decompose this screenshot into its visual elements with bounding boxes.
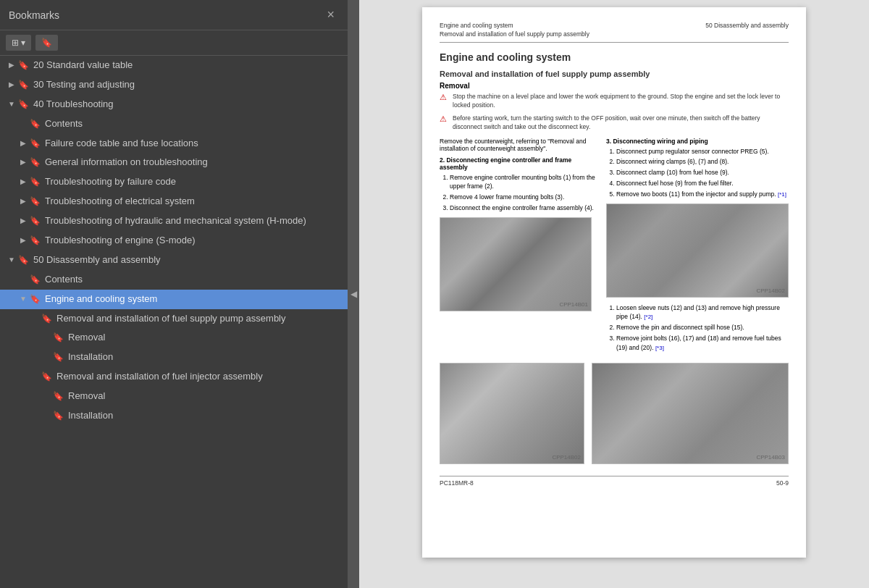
- step4-item8: Remove joint bolts (16), (17) and (18) a…: [616, 334, 789, 353]
- tree-item-troubleshooting-failure[interactable]: 🔖 Troubleshooting by failure code: [0, 172, 348, 192]
- bookmark-icon-removal2: 🔖: [52, 391, 64, 403]
- tree-item-installation1[interactable]: 🔖 Installation: [0, 348, 348, 367]
- bookmark-icon-engine-cooling: 🔖: [29, 294, 41, 306]
- tree-item-failure-code[interactable]: 🔖 Failure code table and fuse locations: [0, 134, 348, 154]
- tree-item-label-ts-contents: Contents: [45, 118, 342, 130]
- bookmarks-header-left: Bookmarks: [9, 9, 59, 21]
- tree-item-troubleshooting[interactable]: 🔖 40 Troubleshooting: [0, 95, 348, 114]
- toolbar: ⊞ ▾ 🔖: [0, 30, 348, 56]
- warning-text-1: Stop the machine on a level place and lo…: [453, 93, 789, 110]
- bookmark-icon-installation1: 🔖: [52, 352, 64, 364]
- tree-item-label-troubleshooting: 40 Troubleshooting: [33, 98, 342, 111]
- step4-ref8: [*3]: [655, 345, 664, 351]
- warning-block-2: ⚠ Before starting work, turn the startin…: [440, 114, 789, 132]
- doc-image-2: CPP14B02: [606, 203, 789, 298]
- expand-arrow-troubleshooting: [6, 99, 17, 109]
- footer-right: 50-9: [776, 479, 789, 487]
- tree-item-label-removal2: Removal: [68, 390, 342, 403]
- image1-ref: CPP14B01: [559, 301, 588, 308]
- tree-item-general-info[interactable]: 🔖 General information on troubleshooting: [0, 153, 348, 172]
- tree-item-troubleshooting-hydraulic[interactable]: 🔖 Troubleshooting of hydraulic and mecha…: [0, 211, 348, 231]
- tree-item-label-removal1: Removal: [68, 332, 342, 344]
- tree-item-testing[interactable]: 🔖 30 Testing and adjusting: [0, 75, 348, 95]
- collapse-panel-button[interactable]: ◀: [348, 0, 359, 588]
- step2-item2: Remove 4 lower frame mounting bolts (3).: [450, 193, 599, 202]
- step3-item1: Disconnect pump regulator sensor connect…: [616, 147, 789, 156]
- doc-image-3: CPP14B02: [440, 363, 584, 464]
- tree-item-fuel-supply-pump[interactable]: 🔖 Removal and installation of fuel suppl…: [0, 309, 348, 329]
- step3-item5: Remove two boots (11) from the injector …: [616, 190, 789, 199]
- step1-text: Remove the counterweight, referring to "…: [440, 138, 599, 152]
- doc-two-col: Remove the counterweight, referring to "…: [440, 138, 789, 357]
- tree-item-troubleshooting-engine[interactable]: 🔖 Troubleshooting of engine (S-mode): [0, 231, 348, 251]
- bookmark-icon-fuel-supply-pump: 🔖: [41, 314, 52, 325]
- doc-right-col: 3. Disconnecting wiring and piping Disco…: [606, 138, 789, 357]
- tree-item-label-fuel-supply-pump: Removal and installation of fuel supply …: [56, 313, 342, 325]
- expand-arrow-troubleshooting-engine: [17, 235, 29, 245]
- bottom-image-row: CPP14B02 CPP14B03: [440, 363, 789, 464]
- bookmark-icon-installation2: 🔖: [52, 411, 64, 422]
- tree-item-troubleshooting-electrical[interactable]: 🔖 Troubleshooting of electrical system: [0, 192, 348, 211]
- expand-arrow-testing: [6, 80, 17, 89]
- bookmark-icon-disassembly: 🔖: [17, 255, 29, 266]
- tree-item-standard-value[interactable]: 🔖 20 Standard value table: [0, 56, 348, 75]
- tree-item-ts-contents[interactable]: 🔖 Contents: [0, 114, 348, 134]
- tree-item-label-troubleshooting-failure: Troubleshooting by failure code: [45, 176, 342, 188]
- doc-header-line2: Removal and installation of fuel supply …: [440, 30, 589, 39]
- close-button[interactable]: ×: [322, 6, 339, 24]
- step3-item2: Disconnect wiring clamps (6), (7) and (8…: [616, 157, 789, 167]
- bookmark-icon-troubleshooting-failure: 🔖: [29, 177, 41, 188]
- tree-item-removal2[interactable]: 🔖 Removal: [0, 387, 348, 406]
- warning-icon-2: ⚠: [440, 114, 450, 124]
- bookmark-icon-failure-code: 🔖: [29, 138, 41, 150]
- bookmark-icon-ts-contents: 🔖: [29, 119, 41, 130]
- step3-ref5: [*1]: [778, 191, 786, 198]
- bookmarks-tree: 🔖 20 Standard value table 🔖 30 Testing a…: [0, 56, 348, 588]
- section-title: Engine and cooling system: [440, 51, 789, 63]
- warning-block-1: ⚠ Stop the machine on a level place and …: [440, 93, 789, 110]
- step3-list: Disconnect pump regulator sensor connect…: [616, 147, 789, 199]
- tree-item-installation2[interactable]: 🔖 Installation: [0, 406, 348, 426]
- bookmarks-header: Bookmarks ×: [0, 0, 348, 30]
- bookmark-find-button[interactable]: 🔖: [35, 35, 58, 51]
- expand-arrow-troubleshooting-failure: [17, 177, 29, 186]
- bookmark-find-icon: 🔖: [41, 38, 52, 48]
- document-panel: Engine and cooling system Removal and in…: [359, 0, 869, 588]
- warning-icon-1: ⚠: [440, 93, 450, 102]
- document-content: Engine and cooling system Removal and in…: [422, 7, 806, 558]
- step3-item4: Disconnect fuel hose (9) from the fuel f…: [616, 179, 789, 188]
- step4-ref6: [*2]: [644, 314, 652, 320]
- bookmark-icon: 🔖: [17, 60, 29, 72]
- bookmark-icon-general-info: 🔖: [29, 157, 41, 169]
- layout-icon: ⊞: [12, 38, 19, 48]
- step2-list: Remove engine controller mounting bolts …: [450, 173, 599, 213]
- expand-arrow-failure-code: [17, 138, 29, 148]
- expand-arrow-standard-value: [6, 60, 17, 70]
- footer-left: PC118MR-8: [440, 479, 474, 487]
- tree-item-disassembly[interactable]: 🔖 50 Disassembly and assembly: [0, 251, 348, 270]
- collapse-arrow-icon: ◀: [350, 289, 357, 299]
- doc-header: Engine and cooling system Removal and in…: [440, 22, 789, 43]
- image2-ref: CPP14B02: [756, 287, 785, 294]
- expand-arrow-troubleshooting-electrical: [17, 196, 29, 206]
- expand-arrow-disassembly: [6, 255, 17, 264]
- tree-item-fuel-injector[interactable]: 🔖 Removal and installation of fuel injec…: [0, 367, 348, 387]
- tree-item-label-failure-code: Failure code table and fuse locations: [45, 138, 342, 150]
- step3-label: 3. Disconnecting wiring and piping: [606, 138, 789, 145]
- tree-item-label-general-info: General information on troubleshooting: [45, 156, 342, 169]
- tree-item-removal1[interactable]: 🔖 Removal: [0, 328, 348, 348]
- tree-item-label-testing: 30 Testing and adjusting: [33, 79, 342, 91]
- tree-item-label-standard-value: 20 Standard value table: [33, 59, 342, 72]
- image4-ref: CPP14B03: [756, 454, 785, 461]
- tree-item-label-disassembly: 50 Disassembly and assembly: [33, 254, 342, 266]
- image3-ref: CPP14B02: [552, 454, 581, 461]
- tree-item-disassembly-contents[interactable]: 🔖 Contents: [0, 270, 348, 290]
- bookmark-icon-troubleshooting: 🔖: [17, 99, 29, 111]
- tree-item-engine-cooling[interactable]: 🔖 Engine and cooling system: [0, 290, 348, 309]
- layout-button[interactable]: ⊞ ▾: [6, 35, 31, 51]
- doc-header-left: Engine and cooling system Removal and in…: [440, 22, 589, 39]
- tree-item-label-installation2: Installation: [68, 410, 342, 422]
- expand-arrow-troubleshooting-hydraulic: [17, 216, 29, 225]
- bookmark-icon-disassembly-contents: 🔖: [29, 274, 41, 286]
- bookmark-icon-troubleshooting-electrical: 🔖: [29, 196, 41, 208]
